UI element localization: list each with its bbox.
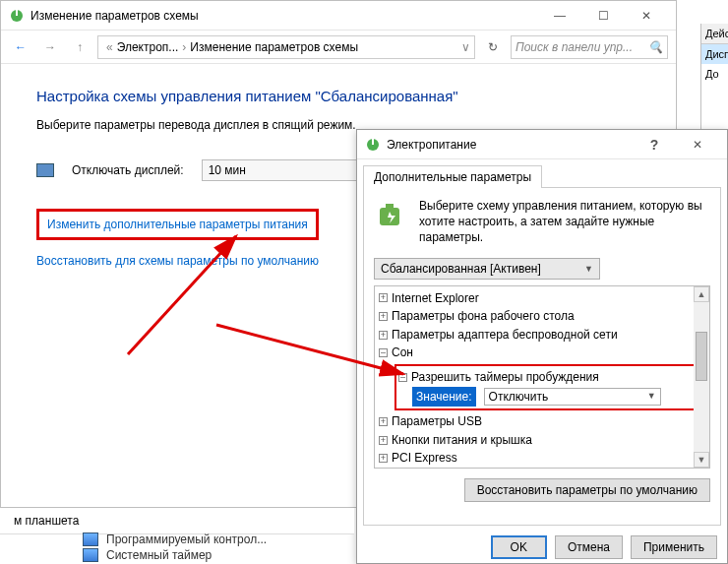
svg-rect-7 [386,204,394,208]
titlebar: Изменение параметров схемы — ☐ ✕ [1,1,676,31]
search-input[interactable]: Поиск в панели упр... 🔍 [511,35,668,59]
tree-item-wake-timers[interactable]: Разрешить таймеры пробуждения [411,368,599,387]
refresh-button[interactable]: ↻ [481,35,505,59]
tab-strip: Дополнительные параметры [357,159,727,188]
toolbar: ← → ↑ « Электроп... › Изменение параметр… [1,31,676,64]
breadcrumb-seg[interactable]: Электроп... [117,40,179,54]
list-item-label: Системный таймер [106,548,212,562]
display-icon [36,163,54,177]
value-label: Значение: [412,387,476,407]
chevron-down-icon: ▼ [584,264,593,274]
display-off-value: 10 мин [209,163,246,177]
expand-icon[interactable]: + [379,417,388,426]
power-icon [9,8,25,24]
tree-item[interactable]: PCI Express [392,449,457,468]
expand-icon[interactable]: + [379,293,388,302]
ok-button[interactable]: OK [491,535,547,559]
tab-advanced[interactable]: Дополнительные параметры [363,165,542,188]
minimize-button[interactable]: — [538,2,581,30]
tree-item[interactable]: Параметры фона рабочего стола [392,307,575,326]
tree-item[interactable]: Internet Explorer [392,289,479,308]
dialog-titlebar: Электропитание ? ✕ [357,130,727,159]
actions-item[interactable]: До [701,64,728,84]
scroll-up-icon[interactable]: ▲ [694,286,709,302]
scroll-thumb[interactable] [696,332,707,381]
wake-timers-highlight: –Разрешить таймеры пробуждения Значение:… [394,364,705,410]
expand-icon[interactable]: + [379,312,388,321]
restore-defaults-button[interactable]: Восстановить параметры по умолчанию [464,478,710,502]
nav-back-button[interactable]: ← [9,35,32,59]
search-placeholder: Поиск в панели упр... [516,40,633,54]
tree-item[interactable]: Параметры адаптера беспроводной сети [392,326,618,345]
scroll-down-icon[interactable]: ▼ [694,452,709,468]
actions-header: Действи [701,24,728,44]
close-button[interactable]: ✕ [625,2,668,30]
dialog-instruction: Выберите схему управления питанием, кото… [419,198,710,246]
expand-icon[interactable]: + [379,436,388,445]
advanced-link-highlight: Изменить дополнительные параметры питани… [36,209,319,240]
power-scheme-value: Сбалансированная [Активен] [381,262,541,276]
settings-tree: +Internet Explorer +Параметры фона рабоч… [374,285,710,469]
battery-icon [374,198,409,233]
maximize-button[interactable]: ☐ [581,2,625,30]
tree-item[interactable]: Кнопки питания и крышка [392,431,532,450]
page-title: Настройка схемы управления питанием "Сба… [36,88,640,104]
wake-timer-value-dropdown[interactable]: Отключить ▼ [484,388,661,406]
actions-item-selected[interactable]: Диспетч [701,44,728,64]
dialog-title: Электропитание [387,138,633,152]
device-icon [83,533,98,546]
list-item-label: Программируемый контрол... [106,533,267,546]
apply-button[interactable]: Применить [631,535,717,559]
wake-timer-value: Отключить [489,388,549,407]
help-button[interactable]: ? [633,131,676,158]
breadcrumb-dropdown-icon[interactable]: ∨ [461,40,470,54]
tree-scrollbar[interactable]: ▲ ▼ [694,286,709,468]
svg-rect-1 [16,10,18,16]
display-off-label: Отключать дисплей: [72,163,184,177]
restore-defaults-link[interactable]: Восстановить для схемы параметры по умол… [36,254,319,268]
tree-item[interactable]: Параметры USB [392,412,482,431]
collapse-icon[interactable]: – [379,348,388,357]
window-title: Изменение параметров схемы [30,9,538,23]
tab-panel: Выберите схему управления питанием, кото… [363,187,721,526]
cancel-button[interactable]: Отмена [555,535,623,559]
list-item[interactable]: Программируемый контрол... [83,532,267,547]
expand-icon[interactable]: + [379,331,388,340]
dialog-close-button[interactable]: ✕ [676,131,719,158]
device-icon [83,548,98,562]
device-list-fragment: Программируемый контрол... Системный тай… [83,532,267,563]
svg-rect-5 [372,139,374,145]
power-icon [365,137,381,153]
list-item[interactable]: Системный таймер [83,547,267,563]
power-scheme-dropdown[interactable]: Сбалансированная [Активен] ▼ [374,258,600,280]
nav-forward-button[interactable]: → [38,35,62,59]
dialog-buttons: OK Отмена Применить [357,532,727,564]
search-icon: 🔍 [648,40,663,54]
power-options-dialog: Электропитание ? ✕ Дополнительные параме… [356,129,728,564]
breadcrumb-seg[interactable]: Изменение параметров схемы [190,40,358,54]
breadcrumb[interactable]: « Электроп... › Изменение параметров схе… [97,35,475,59]
tree-item-sleep[interactable]: Сон [392,344,413,362]
display-off-dropdown[interactable]: 10 мин ▼ [202,159,379,181]
nav-up-button[interactable]: ↑ [68,35,91,59]
tablet-mode-heading: м планшета [0,508,354,534]
advanced-power-settings-link[interactable]: Изменить дополнительные параметры питани… [47,218,308,231]
tree-item[interactable]: Управление питанием процессора [392,468,580,469]
expand-icon[interactable]: + [379,454,388,463]
collapse-icon[interactable]: – [398,373,407,382]
chevron-down-icon: ▼ [647,390,656,404]
